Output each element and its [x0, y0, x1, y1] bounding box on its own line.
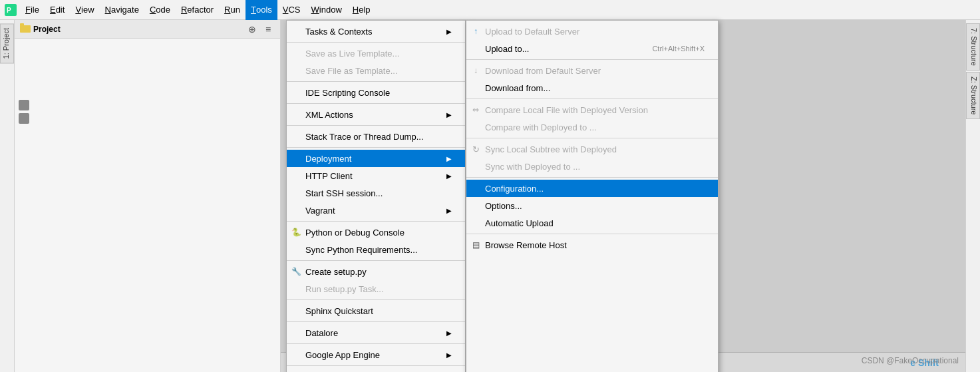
- sep5: [287, 147, 465, 148]
- add-content-btn[interactable]: ⊕: [245, 23, 259, 36]
- dep-item-compare-deployed-to[interactable]: Compare with Deployed to ...: [466, 118, 718, 136]
- tasks-arrow: ▶: [446, 28, 452, 35]
- menu-file[interactable]: File: [20, 0, 45, 20]
- menubar: P File Edit View Navigate Code Refactor …: [0, 0, 980, 20]
- svg-rect-3: [20, 23, 24, 26]
- dep-item-upload-to[interactable]: Upload to... Ctrl+Alt+Shift+X: [466, 40, 718, 57]
- menu-view[interactable]: View: [70, 0, 99, 20]
- panel-toolbar: ⊕ ≡: [245, 23, 275, 36]
- project-panel-header: Project ⊕ ≡: [15, 20, 280, 39]
- menu-run[interactable]: Run: [219, 0, 245, 20]
- dep-item-browse-remote[interactable]: ▤ Browse Remote Host: [466, 236, 718, 254]
- upload-default-icon: ↑: [470, 26, 481, 37]
- sep8: [287, 299, 465, 300]
- menu-window[interactable]: Window: [306, 0, 347, 20]
- menu-item-save-live-template[interactable]: Save as Live Template...: [287, 45, 465, 62]
- sep4: [287, 125, 465, 126]
- browse-remote-icon: ▤: [470, 240, 481, 250]
- dep-item-configuration[interactable]: Configuration...: [466, 180, 718, 197]
- menu-tools[interactable]: Tools: [245, 0, 277, 20]
- sep9: [287, 321, 465, 322]
- tools-menu: Tasks & Contexts ▶ Save as Live Template…: [286, 20, 466, 372]
- vagrant-arrow: ▶: [446, 207, 452, 214]
- http-arrow: ▶: [446, 172, 452, 180]
- project-tab[interactable]: 1: Project: [0, 23, 14, 63]
- options-btn[interactable]: ≡: [261, 23, 275, 36]
- menu-navigate[interactable]: Navigate: [100, 0, 144, 20]
- sep6: [287, 221, 465, 222]
- structure-tab-7[interactable]: 7: Structure: [966, 23, 980, 71]
- menu-item-stack-trace[interactable]: Stack Trace or Thread Dump...: [287, 128, 465, 145]
- dep-sep3: [466, 138, 718, 138]
- sep2: [287, 81, 465, 82]
- dep-sep5: [466, 234, 718, 234]
- xml-arrow: ▶: [446, 111, 452, 118]
- sep10: [287, 343, 465, 344]
- menu-item-open-cprofile[interactable]: ⚙ Open CProfile snapshot: [287, 368, 465, 372]
- dep-item-sync-deployed-to[interactable]: Sync with Deployed to ...: [466, 158, 718, 175]
- download-default-icon: ↓: [470, 65, 481, 76]
- menu-item-python-debug[interactable]: 🐍 Python or Debug Console: [287, 224, 465, 241]
- sep3: [287, 103, 465, 104]
- dep-item-compare-local[interactable]: ⇔ Compare Local File with Deployed Versi…: [466, 101, 718, 118]
- menu-item-start-ssh[interactable]: Start SSH session...: [287, 184, 465, 202]
- menu-item-deployment[interactable]: Deployment ▶: [287, 150, 465, 167]
- dep-item-download-from[interactable]: Download from...: [466, 79, 718, 96]
- panel-icon-2: [19, 113, 29, 124]
- dep-item-automatic-upload[interactable]: Automatic Upload: [466, 214, 718, 232]
- dep-item-sync-local-subtree[interactable]: ↻ Sync Local Subtree with Deployed: [466, 140, 718, 158]
- svg-rect-2: [20, 25, 31, 33]
- structure-tab-z[interactable]: Z: Structure: [966, 72, 980, 119]
- dep-sep4: [466, 177, 718, 178]
- sep7: [287, 260, 465, 261]
- upload-to-shortcut: Ctrl+Alt+Shift+X: [652, 45, 705, 53]
- app-icon: P: [4, 3, 17, 17]
- menu-item-tasks-contexts[interactable]: Tasks & Contexts ▶: [287, 23, 465, 40]
- project-panel: Project ⊕ ≡: [15, 20, 281, 372]
- menu-vcs[interactable]: VCS: [277, 0, 306, 20]
- menu-item-google-app-engine[interactable]: Google App Engine ▶: [287, 346, 465, 363]
- deployment-arrow: ▶: [446, 155, 452, 162]
- svg-text:P: P: [7, 7, 11, 14]
- menu-item-datalore[interactable]: Datalore ▶: [287, 324, 465, 341]
- watermark: CSDN @FakeOccupational: [862, 356, 959, 365]
- menu-code[interactable]: Code: [144, 0, 176, 20]
- menu-edit[interactable]: Edit: [45, 0, 70, 20]
- right-structure-tabs: 7: Structure Z: Structure: [965, 20, 980, 372]
- sync-icon: ↻: [470, 144, 481, 154]
- sep1: [287, 42, 465, 43]
- menu-item-xml-actions[interactable]: XML Actions ▶: [287, 106, 465, 123]
- sep11: [287, 365, 465, 366]
- menu-item-vagrant[interactable]: Vagrant ▶: [287, 202, 465, 219]
- menu-help[interactable]: Help: [347, 0, 376, 20]
- menu-item-sync-python[interactable]: Sync Python Requirements...: [287, 241, 465, 258]
- menu-refactor[interactable]: Refactor: [176, 0, 219, 20]
- dep-sep1: [466, 59, 718, 60]
- tools-dropdown-container: Tasks & Contexts ▶ Save as Live Template…: [286, 20, 719, 372]
- menu-item-ide-scripting[interactable]: IDE Scripting Console: [287, 84, 465, 101]
- dep-item-download-default[interactable]: ↓ Download from Default Server: [466, 62, 718, 79]
- menu-item-create-setup[interactable]: 🔧 Create setup.py: [287, 263, 465, 280]
- python-icon: 🐍: [291, 227, 301, 238]
- folder-icon: [20, 23, 31, 35]
- menu-item-run-setup-task[interactable]: Run setup.py Task...: [287, 280, 465, 297]
- menu-item-http-client[interactable]: HTTP Client ▶: [287, 167, 465, 184]
- menu-item-sphinx-quickstart[interactable]: Sphinx Quickstart: [287, 302, 465, 319]
- compare-local-icon: ⇔: [470, 104, 481, 115]
- setup-icon: 🔧: [291, 266, 301, 277]
- panel-icon-1: [19, 100, 29, 110]
- menu-item-save-file-template[interactable]: Save File as Template...: [287, 62, 465, 79]
- left-edge-tabs: 1: Project: [0, 20, 15, 372]
- dep-sep2: [466, 98, 718, 99]
- google-arrow: ▶: [446, 351, 452, 359]
- dep-item-upload-default[interactable]: ↑ Upload to Default Server: [466, 23, 718, 40]
- datalore-arrow: ▶: [446, 329, 452, 337]
- deployment-submenu: ↑ Upload to Default Server Upload to... …: [466, 20, 719, 372]
- project-tree-area: [15, 39, 280, 372]
- dep-item-options[interactable]: Options...: [466, 197, 718, 214]
- project-panel-title: Project: [33, 25, 61, 34]
